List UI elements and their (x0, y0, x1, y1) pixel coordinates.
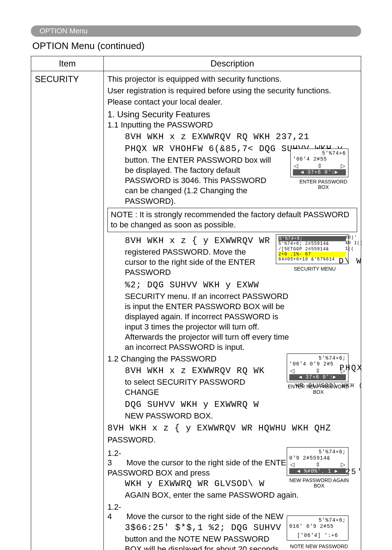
left-arrow-icon: ◁ (294, 162, 298, 169)
ui-line: 5'%74+6 (293, 150, 346, 157)
updown-arrow-icon: ⇳ (317, 162, 322, 169)
ui-caption: ENTER PASSWORD BOX (296, 179, 351, 190)
subheading-1-1: 1.1 Inputting the PASSWORD (107, 120, 357, 130)
ui-caption: NOTE NEW PASSWORD BOX (288, 544, 350, 550)
heading-1: 1. Using Security Features (107, 109, 357, 120)
ui-line: ['06'4] ':+6 (289, 533, 346, 539)
ui-line: ◀ 37+6 0':▶ (289, 374, 346, 380)
garbled-text: %2; DQG SUHVV WKH y EXWW (125, 279, 357, 291)
option-table: Item Description SECURITY This projector… (31, 56, 361, 550)
ui-side: #0)' (345, 235, 363, 241)
garbled-text: 8VH WKH x z { y EXWWRQV WR HQWHU WKH QHZ (107, 422, 357, 434)
intro-line-2: User registration is required before usi… (107, 86, 357, 96)
garbled-tail: D\ W (339, 257, 362, 266)
ui-line: 5'%74+6; (289, 355, 346, 361)
ui-line: 2+0 .1%- 67 (278, 252, 346, 257)
right-arrow-icon: ▷ (341, 162, 345, 169)
garbled-tail: WR GLVSOD\ WKH ( (295, 383, 363, 389)
ui-line: ◀ %#0%'. 1 ▶ (289, 468, 346, 474)
garbled-text: DQG SUHVV WKH y EXWWRQ W (125, 399, 270, 410)
intro-block: This projector is equipped with security… (107, 74, 357, 107)
ui-line: 5'%74+6; (278, 236, 346, 241)
ui-line: 5'%74+6; 2#55914& (278, 241, 346, 246)
body-text: SECURITY menu. If an incorrect PASSWORD … (125, 291, 295, 353)
body-text: Move the cursor to the right side of the… (107, 458, 313, 477)
left-arrow-icon: ◁ (290, 461, 294, 468)
ui-line: 5'%74+6; (289, 517, 346, 523)
ui-line: '06'4 0'9 2#5 (289, 361, 346, 367)
ui-side: 40 1(( (345, 240, 363, 246)
ui-enter-password-box: 5'%74+6 '06'4 2#55 ◁ ⇳ ▷ ◀ 37+6 0':▶ (290, 149, 348, 178)
header-item: Item (31, 56, 104, 71)
updown-arrow-icon: ⇳ (315, 461, 320, 468)
description-cell: This projector is equipped with security… (104, 71, 361, 550)
breadcrumb-text: OPTION Menu (40, 27, 87, 35)
section-title: OPTION Menu (continued) (32, 40, 361, 52)
ui-caption: SECURITY MENU (287, 266, 342, 272)
ui-line: ◀ 37+6 0':▶ (293, 169, 346, 175)
body-text: Move the cursor to the right side of the… (126, 512, 283, 521)
garbled-text: 8VH WKH x z EXWWRQV RQ WKH 237,21 (125, 131, 357, 142)
ui-caption: NEW PASSWORD AGAIN BOX (288, 478, 350, 489)
ui-line: /[5ETGGP 2#55914& (278, 247, 346, 252)
left-arrow-icon: ◁ (290, 367, 294, 374)
garbled-tail: PHQX (339, 364, 363, 373)
ui-line: 5'%74+6; (289, 449, 346, 455)
intro-line-1: This projector is equipped with security… (107, 74, 357, 84)
note-text: NOTE : It is strongly recommended the fa… (111, 210, 349, 230)
body-text: PASSWORD. (107, 435, 357, 445)
ui-line: 64#05+6+10 &'67%614 (278, 257, 346, 262)
ui-new-password-again-box: 5'%74+6; 0'9 2#55914& ◁ ⇳ ▷ ◀ %#0%'. 1 ▶ (287, 447, 348, 476)
ui-line: 0'9 2#55914& (289, 455, 346, 461)
step-number: 1.2-4 (107, 502, 124, 521)
step-number: 1.2-3 (107, 449, 124, 468)
body-text: registered PASSWORD. Move the cursor to … (125, 247, 270, 278)
ui-security-menu: 5'%74+6; 5'%74+6; 2#55914& /[5ETGGP 2#55… (276, 234, 348, 264)
note-box: NOTE : It is strongly recommended the fa… (107, 208, 357, 232)
ui-note-new-password-box: 5'%74+6; 016' 0'9 2#55 ['06'4] ':+6 (287, 515, 348, 540)
right-arrow-icon: ▷ (341, 461, 345, 468)
header-desc: Description (104, 56, 361, 71)
intro-line-3: Please contact your local dealer. (107, 97, 357, 107)
body-text: button and the NOTE NEW PASSWORD BOX wil… (125, 534, 285, 550)
ui-line: 016' 0'9 2#55 (289, 523, 346, 530)
breadcrumb: OPTION Menu (31, 25, 361, 37)
updown-arrow-icon: ⇳ (315, 367, 320, 374)
body-text: to select SECURITY PASSWORD CHANGE (125, 377, 270, 397)
garbled-tail: 25' (345, 468, 363, 477)
body-text: AGAIN BOX, enter the same PASSWORD again… (125, 490, 357, 500)
body-text: button. The ENTER PASSWORD box will be d… (125, 155, 281, 206)
ui-line: '06'4 2#55 (293, 156, 346, 162)
body-text: NEW PASSWORD BOX. (125, 411, 357, 421)
item-cell: SECURITY (31, 71, 104, 550)
sidetext: #0)' 40 1(( 1(( (345, 235, 363, 252)
ui-side: 1(( (345, 246, 363, 252)
